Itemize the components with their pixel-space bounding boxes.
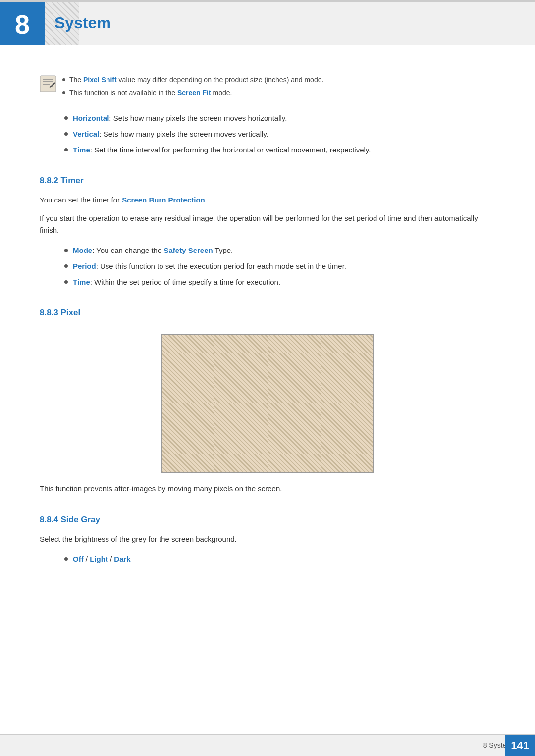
bullet-time: Time: Set the time interval for performi… xyxy=(64,144,495,156)
section-882-para2: If you start the operation to erase any … xyxy=(40,212,495,237)
bullet-time-text: Time: Set the time interval for performi… xyxy=(73,144,371,156)
screen-burn-protection-highlight: Screen Burn Protection xyxy=(122,196,205,204)
note-bullet-2 xyxy=(62,91,65,94)
section-883-heading: 8.8.3 Pixel xyxy=(40,306,495,319)
safety-screen-highlight: Safety Screen xyxy=(163,246,213,254)
bullet-horizontal-text: Horizontal: Sets how many pixels the scr… xyxy=(73,112,287,124)
bullet-mode: Mode: You can change the Safety Screen T… xyxy=(64,245,495,256)
chapter-number: 8 xyxy=(15,3,30,45)
note-bullet-1 xyxy=(62,78,65,81)
off-light-dark-text: Off / Light / Dark xyxy=(73,554,131,565)
bullet-circle-mode xyxy=(64,249,68,252)
dark-highlight: Dark xyxy=(114,555,130,563)
main-content: The Pixel Shift value may differ dependi… xyxy=(0,45,535,613)
bullet-circle-2 xyxy=(64,132,68,136)
pixel-image-container xyxy=(40,334,495,473)
note-line-2: This function is not available in the Sc… xyxy=(62,87,495,98)
chapter-title: System xyxy=(54,10,111,36)
page-header: 8 System xyxy=(0,0,535,45)
bullet-vertical: Vertical: Sets how many pixels the scree… xyxy=(64,128,495,140)
pixel-image xyxy=(161,334,374,473)
footer-page-number: 141 xyxy=(505,735,535,756)
bullet-horizontal: Horizontal: Sets how many pixels the scr… xyxy=(64,112,495,124)
section-884-para: Select the brightness of the grey for th… xyxy=(40,533,495,546)
note-text-1: The Pixel Shift value may differ dependi… xyxy=(69,74,323,85)
chapter-number-box: 8 xyxy=(0,2,45,45)
light-highlight: Light xyxy=(90,555,108,563)
section-884-bullet-list: Off / Light / Dark xyxy=(64,554,495,565)
bullet-time-882-text: Time: Within the set period of time spec… xyxy=(73,276,280,288)
bullet-vertical-text: Vertical: Sets how many pixels the scree… xyxy=(73,128,268,140)
note-highlight-pixel-shift: Pixel Shift xyxy=(83,76,117,84)
bullet-circle-3 xyxy=(64,148,68,151)
bullet-off-light-dark: Off / Light / Dark xyxy=(64,554,495,565)
section-884-heading: 8.8.4 Side Gray xyxy=(40,513,495,526)
note-lines: The Pixel Shift value may differ dependi… xyxy=(62,74,495,101)
note-text-2: This function is not available in the Sc… xyxy=(69,87,232,98)
bullet-circle-time-882 xyxy=(64,280,68,284)
note-highlight-screen-fit: Screen Fit xyxy=(177,89,211,97)
bullet-circle-side-gray xyxy=(64,557,68,561)
section-883-caption: This function prevents after-images by m… xyxy=(40,483,495,495)
note-pencil-icon xyxy=(40,75,56,92)
note-line-1: The Pixel Shift value may differ dependi… xyxy=(62,74,495,85)
top-bullet-list: Horizontal: Sets how many pixels the scr… xyxy=(64,112,495,156)
bullet-circle-1 xyxy=(64,116,68,120)
section-882-bullet-list: Mode: You can change the Safety Screen T… xyxy=(64,245,495,288)
bullet-time-882: Time: Within the set period of time spec… xyxy=(64,276,495,288)
page-footer: 8 System 141 xyxy=(0,734,535,756)
note-block: The Pixel Shift value may differ dependi… xyxy=(40,74,495,101)
bullet-circle-period xyxy=(64,264,68,268)
off-highlight: Off xyxy=(73,555,84,563)
bullet-period: Period: Use this function to set the exe… xyxy=(64,260,495,272)
bullet-period-text: Period: Use this function to set the exe… xyxy=(73,260,346,272)
bullet-mode-text: Mode: You can change the Safety Screen T… xyxy=(73,245,233,256)
section-882-heading: 8.8.2 Timer xyxy=(40,174,495,187)
section-882-para1: You can set the timer for Screen Burn Pr… xyxy=(40,194,495,206)
